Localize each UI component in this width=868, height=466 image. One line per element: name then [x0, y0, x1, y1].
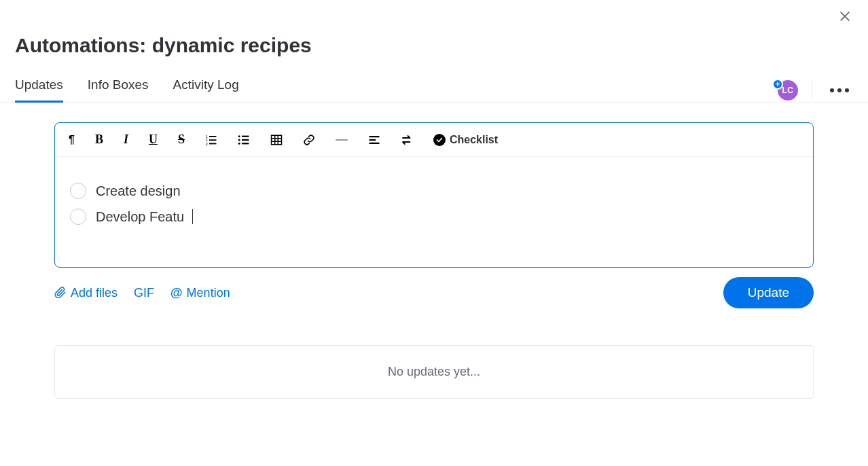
paragraph-format-button[interactable]: ¶ — [69, 134, 75, 146]
link-icon — [303, 134, 315, 146]
editor-box: ¶ B I U S 1 2 3 — [54, 122, 814, 268]
divider — [812, 82, 812, 99]
underline-button[interactable]: U — [149, 132, 158, 147]
align-button[interactable] — [368, 134, 380, 146]
svg-rect-5 — [209, 143, 217, 144]
svg-rect-18 — [369, 139, 376, 140]
checklist-item[interactable]: Create design — [70, 183, 798, 199]
add-member-button[interactable]: + LC — [778, 80, 798, 101]
paragraph-icon: ¶ — [69, 134, 75, 146]
link-button[interactable] — [303, 134, 315, 146]
update-button[interactable]: Update — [723, 277, 814, 308]
paperclip-icon — [54, 287, 67, 299]
page-title: Automations: dynamic recipes — [0, 0, 868, 57]
checkbox[interactable] — [70, 209, 86, 225]
svg-point-8 — [238, 142, 240, 144]
svg-point-6 — [238, 135, 240, 137]
tab-updates[interactable]: Updates — [15, 77, 63, 103]
editor-body[interactable]: Create design Develop Featu — [55, 157, 813, 267]
svg-rect-17 — [369, 136, 379, 137]
ordered-list-button[interactable]: 1 2 3 — [205, 134, 217, 146]
italic-button[interactable]: I — [124, 132, 128, 147]
unordered-list-button[interactable] — [238, 134, 250, 146]
tabs-row: Updates Info Boxes Activity Log + LC — [0, 57, 868, 103]
svg-rect-10 — [242, 139, 249, 140]
footer-left: Add files GIF @ Mention — [54, 286, 230, 300]
table-icon — [270, 134, 283, 146]
tab-activity-log[interactable]: Activity Log — [173, 77, 239, 103]
text-direction-button[interactable] — [401, 134, 413, 146]
checklist-label: Checklist — [450, 134, 498, 146]
at-icon: @ — [170, 286, 183, 300]
ordered-list-icon: 1 2 3 — [205, 134, 217, 146]
text-cursor — [192, 209, 193, 224]
close-icon — [838, 10, 852, 23]
plus-icon: + — [772, 79, 783, 90]
gif-label: GIF — [134, 286, 154, 300]
close-button[interactable] — [834, 5, 856, 27]
svg-text:3: 3 — [206, 141, 208, 145]
svg-rect-9 — [242, 135, 249, 137]
checklist-item[interactable]: Develop Featu — [70, 209, 798, 225]
empty-state-text: No updates yet... — [388, 365, 480, 378]
horizontal-rule-icon — [336, 139, 348, 141]
checklist-item-text: Develop Featu — [96, 209, 184, 225]
bold-button[interactable]: B — [95, 132, 103, 147]
add-files-button[interactable]: Add files — [54, 286, 117, 300]
mention-button[interactable]: @ Mention — [170, 286, 230, 300]
add-files-label: Add files — [71, 286, 117, 300]
gif-button[interactable]: GIF — [134, 286, 154, 300]
checklist-item-text: Create design — [96, 183, 181, 199]
checklist-button[interactable]: Checklist — [433, 134, 498, 146]
checkbox[interactable] — [70, 183, 86, 199]
svg-rect-4 — [209, 139, 217, 141]
svg-rect-3 — [209, 136, 217, 137]
tab-info-boxes[interactable]: Info Boxes — [88, 77, 149, 103]
swap-icon — [401, 134, 413, 146]
svg-rect-11 — [242, 143, 249, 144]
dot-icon — [830, 88, 834, 92]
tabs-right: + LC — [778, 80, 853, 101]
more-options-button[interactable] — [826, 84, 853, 96]
svg-rect-19 — [369, 142, 379, 143]
svg-rect-12 — [271, 135, 281, 145]
editor-footer: Add files GIF @ Mention Update — [54, 268, 814, 308]
content: ¶ B I U S 1 2 3 — [0, 103, 868, 399]
dot-icon — [837, 88, 842, 92]
dot-icon — [845, 88, 849, 92]
horizontal-rule-button[interactable] — [336, 139, 348, 141]
checkmark-circle-icon — [433, 134, 446, 146]
unordered-list-icon — [238, 134, 250, 146]
mention-label: Mention — [187, 286, 230, 300]
tabs: Updates Info Boxes Activity Log — [15, 77, 239, 103]
svg-point-7 — [238, 139, 240, 141]
editor-toolbar: ¶ B I U S 1 2 3 — [55, 123, 813, 157]
empty-state: No updates yet... — [54, 345, 814, 399]
align-left-icon — [368, 134, 380, 146]
strikethrough-button[interactable]: S — [178, 132, 185, 147]
table-button[interactable] — [270, 134, 283, 146]
